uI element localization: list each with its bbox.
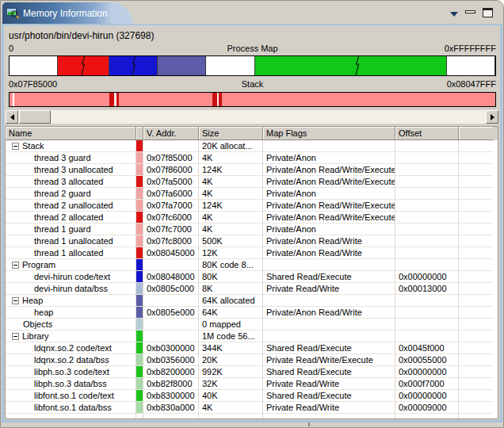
row-size-cell: 80K xyxy=(199,271,263,283)
row-offset-cell xyxy=(395,259,459,271)
row-vaddr-cell: 0x07fa7000 xyxy=(143,200,199,212)
column-header-filler[interactable] xyxy=(459,127,493,140)
scrollbar-left-button[interactable] xyxy=(6,110,18,124)
column-header-offset[interactable]: Offset xyxy=(395,127,459,140)
row-name-cell: thread 1 guard xyxy=(6,224,136,235)
process-map-segment-library[interactable] xyxy=(255,56,447,75)
scrollbar-right-button[interactable] xyxy=(486,110,498,124)
view-menu-chevron-down-icon[interactable] xyxy=(450,12,458,17)
table-row[interactable]: libfont.so.1 code/text0xb830000040KShare… xyxy=(6,390,498,402)
table-row[interactable]: thread 2 unallocated0x07fa7000124KPrivat… xyxy=(6,200,498,212)
process-map-segment-free-mid[interactable] xyxy=(206,56,254,75)
row-vaddr-cell xyxy=(143,295,199,307)
column-header-size[interactable]: Size xyxy=(199,127,263,140)
collapse-icon[interactable] xyxy=(12,297,19,304)
row-color-cell xyxy=(136,402,143,414)
table-row[interactable]: devi-hirun data/bss0x0805c0008KPrivate R… xyxy=(6,283,498,295)
row-vaddr-cell: 0x0805e000 xyxy=(143,307,199,319)
column-header-color[interactable] xyxy=(136,127,143,140)
row-flags-cell: Private/Anon xyxy=(263,224,395,235)
stack-title: Stack xyxy=(9,79,496,89)
table-row[interactable]: devi-hirun code/text0x0804800080KShared … xyxy=(6,271,498,283)
row-name-label: libfont.so.1 code/text xyxy=(34,391,114,400)
process-map-bar[interactable] xyxy=(9,55,496,76)
row-name-cell: ldqnx.so.2 code/text xyxy=(6,342,136,354)
row-size-cell: 64K xyxy=(199,307,263,319)
table-row[interactable]: thread 2 allocated0x07fc60004KPrivate/An… xyxy=(6,212,498,224)
table-row[interactable]: thread 1 guard0x07fc70004KPrivate/Anon xyxy=(6,224,498,235)
table-row[interactable]: thread 3 allocated0x07fa50004KPrivate/An… xyxy=(6,176,498,188)
row-color-cell xyxy=(136,200,143,212)
table-row[interactable]: Heap64K allocated xyxy=(6,295,498,307)
row-name-cell: Objects xyxy=(6,319,136,331)
empty-cell xyxy=(143,414,199,418)
table-row[interactable]: Objects0 mapped xyxy=(6,319,498,331)
scrollbar-thumb[interactable] xyxy=(19,110,51,124)
table-row[interactable]: thread 3 guard0x07f850004KPrivate/Anon xyxy=(6,152,498,164)
column-header-name[interactable]: Name xyxy=(6,127,136,140)
row-vaddr-cell: 0xb82f8000 xyxy=(143,378,199,390)
row-name-cell: Stack xyxy=(6,140,136,152)
table-row[interactable]: thread 3 unallocated0x07f86000124KPrivat… xyxy=(6,164,498,176)
horizontal-scrollbar[interactable] xyxy=(6,110,498,124)
table-row[interactable]: ldqnx.so.2 code/text0xb0300000344KShared… xyxy=(6,342,498,354)
stack-map-bar[interactable] xyxy=(9,92,496,107)
row-filler-cell xyxy=(459,283,493,295)
row-color-cell xyxy=(136,152,143,164)
row-filler-cell xyxy=(459,378,493,390)
row-name-label: Stack xyxy=(22,140,44,151)
table-row[interactable]: thread 1 unallocated0x07fc8000500KPrivat… xyxy=(6,235,498,247)
row-filler-cell xyxy=(459,224,493,235)
row-offset-cell xyxy=(395,140,459,152)
table-row[interactable]: libph.so.3 code/text0xb8200000992KShared… xyxy=(6,366,498,378)
row-offset-cell: 0x00009000 xyxy=(395,402,459,414)
minimize-icon[interactable] xyxy=(465,10,475,13)
tab-memory-information[interactable]: Memory Information ✕ xyxy=(2,2,112,24)
row-color-bar xyxy=(136,354,143,365)
row-flags-cell xyxy=(263,140,395,152)
row-filler-cell xyxy=(459,212,493,224)
row-color-cell xyxy=(136,378,143,390)
row-name-label: libph.so.3 data/bss xyxy=(34,379,107,388)
row-vaddr-cell: 0x07fc6000 xyxy=(143,212,199,224)
column-header-vaddr[interactable]: V. Addr. xyxy=(143,127,199,140)
row-size-cell: 4K xyxy=(199,152,263,164)
table-row[interactable]: Stack20K allocat... xyxy=(6,140,498,152)
row-size-cell: 4K xyxy=(199,212,263,224)
row-name-label: thread 1 guard xyxy=(34,224,91,234)
view-titlebar: Memory Information ✕ xyxy=(2,2,502,24)
row-vaddr-cell xyxy=(143,331,199,342)
row-color-cell xyxy=(136,283,143,295)
row-flags-cell: Private/Anon Read/Write/Execute xyxy=(263,200,395,212)
table-row[interactable]: ldqnx.so.2 data/bss0xb035600020KPrivate … xyxy=(6,354,498,366)
row-color-cell xyxy=(136,342,143,354)
row-color-bar xyxy=(136,176,143,187)
collapse-icon[interactable] xyxy=(12,333,19,340)
row-filler-cell xyxy=(459,319,493,331)
row-name-cell: thread 3 allocated xyxy=(6,176,136,188)
row-offset-cell xyxy=(395,164,459,176)
maximize-icon[interactable] xyxy=(483,8,493,17)
table-row[interactable]: Library1M code 56... xyxy=(6,331,498,342)
table-row[interactable]: heap0x0805e00064KPrivate/Anon Read/Write xyxy=(6,307,498,319)
collapse-icon[interactable] xyxy=(12,262,19,269)
table-row[interactable]: libph.so.3 data/bss0xb82f800032KPrivate … xyxy=(6,378,498,390)
table-row[interactable]: thread 1 allocated0x0804500012KPrivate/A… xyxy=(6,247,498,259)
row-color-cell xyxy=(136,140,143,152)
row-color-bar xyxy=(136,164,143,175)
row-name-label: thread 3 unallocated xyxy=(34,165,113,174)
sash-handle[interactable] xyxy=(308,422,310,426)
process-map-segment-heap[interactable] xyxy=(158,56,206,75)
process-map-segment-free-high[interactable] xyxy=(447,56,495,75)
discontinuity-bolt-icon xyxy=(130,56,137,75)
table-row[interactable]: libfont.so.1 data/bss0xb830a0004KPrivate… xyxy=(6,402,498,414)
row-name-label: ldqnx.so.2 data/bss xyxy=(34,355,109,365)
column-header-flags[interactable]: Map Flags xyxy=(263,127,395,140)
row-filler-cell xyxy=(459,140,493,152)
row-color-bar xyxy=(136,140,143,151)
process-map-segment-free-low[interactable] xyxy=(10,56,58,75)
row-name-cell: thread 1 unallocated xyxy=(6,235,136,247)
table-row[interactable]: Program80K code 8... xyxy=(6,259,498,271)
collapse-icon[interactable] xyxy=(12,143,19,150)
table-row[interactable]: thread 2 guard0x07fa60004KPrivate/Anon xyxy=(6,188,498,200)
